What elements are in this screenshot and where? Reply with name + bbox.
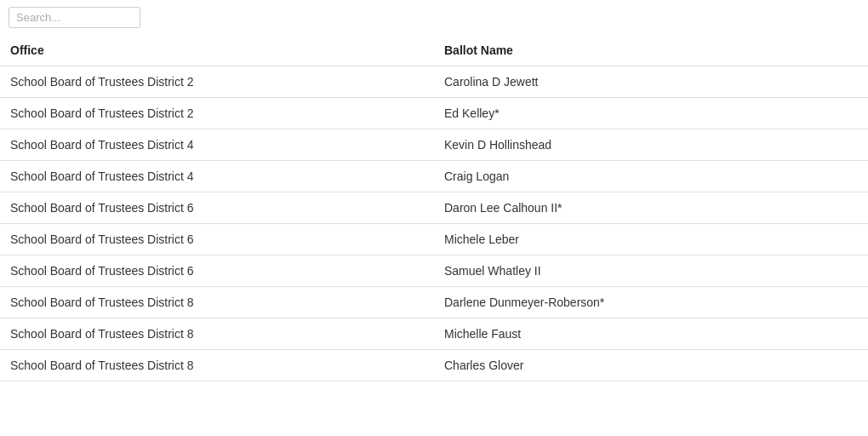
cell-ballot-name: Craig Logan xyxy=(434,161,868,192)
cell-office: School Board of Trustees District 8 xyxy=(0,287,434,318)
table-row: School Board of Trustees District 6Daron… xyxy=(0,192,868,224)
header-ballot-name: Ballot Name xyxy=(434,35,868,66)
cell-office: School Board of Trustees District 8 xyxy=(0,350,434,382)
table-body: School Board of Trustees District 2Carol… xyxy=(0,66,868,382)
cell-office: School Board of Trustees District 6 xyxy=(0,224,434,255)
table-row: School Board of Trustees District 4Craig… xyxy=(0,161,868,192)
table-row: School Board of Trustees District 6Miche… xyxy=(0,224,868,255)
cell-ballot-name: Samuel Whatley II xyxy=(434,255,868,287)
cell-ballot-name: Michele Leber xyxy=(434,224,868,255)
table-header-row: Office Ballot Name xyxy=(0,35,868,66)
table-row: School Board of Trustees District 6Samue… xyxy=(0,255,868,287)
cell-ballot-name: Daron Lee Calhoun II* xyxy=(434,192,868,224)
cell-office: School Board of Trustees District 6 xyxy=(0,192,434,224)
cell-ballot-name: Kevin D Hollinshead xyxy=(434,129,868,161)
cell-office: School Board of Trustees District 6 xyxy=(0,255,434,287)
cell-office: School Board of Trustees District 4 xyxy=(0,161,434,192)
table-row: School Board of Trustees District 4Kevin… xyxy=(0,129,868,161)
cell-ballot-name: Ed Kelley* xyxy=(434,98,868,129)
table-container: Office Ballot Name School Board of Trust… xyxy=(0,35,868,382)
cell-office: School Board of Trustees District 2 xyxy=(0,66,434,98)
cell-ballot-name: Michelle Faust xyxy=(434,318,868,350)
candidates-table: Office Ballot Name School Board of Trust… xyxy=(0,35,868,382)
table-row: School Board of Trustees District 2Carol… xyxy=(0,66,868,98)
table-row: School Board of Trustees District 8Miche… xyxy=(0,318,868,350)
table-row: School Board of Trustees District 8Darle… xyxy=(0,287,868,318)
table-row: School Board of Trustees District 2Ed Ke… xyxy=(0,98,868,129)
header-office: Office xyxy=(0,35,434,66)
search-input[interactable] xyxy=(9,7,140,28)
cell-office: School Board of Trustees District 4 xyxy=(0,129,434,161)
search-container xyxy=(0,0,868,35)
cell-office: School Board of Trustees District 8 xyxy=(0,318,434,350)
cell-ballot-name: Charles Glover xyxy=(434,350,868,382)
cell-ballot-name: Carolina D Jewett xyxy=(434,66,868,98)
cell-ballot-name: Darlene Dunmeyer-Roberson* xyxy=(434,287,868,318)
table-row: School Board of Trustees District 8Charl… xyxy=(0,350,868,382)
cell-office: School Board of Trustees District 2 xyxy=(0,98,434,129)
